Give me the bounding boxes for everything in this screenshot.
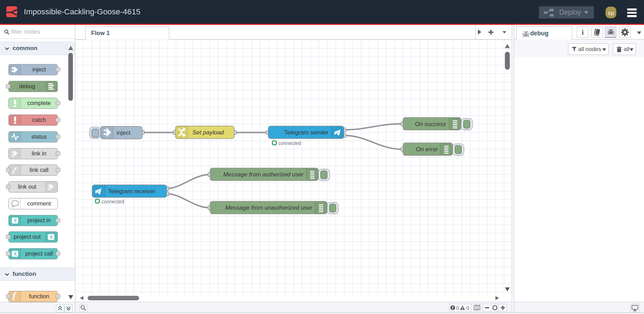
svg-text:Telegram receiver: Telegram receiver [108, 188, 156, 195]
svg-text:0: 0 [466, 305, 469, 311]
svg-text:connected: connected [102, 199, 124, 204]
svg-text:Message from autherized user: Message from autherized user [223, 171, 304, 178]
svg-text:f: f [13, 292, 17, 300]
svg-text:On success: On success [415, 121, 446, 127]
svg-text:i: i [582, 28, 584, 36]
svg-text:0: 0 [456, 305, 459, 311]
svg-text:Message from unautherized user: Message from unautherized user [225, 204, 313, 211]
svg-text:On error: On error [416, 146, 439, 153]
svg-text:Telegram sender: Telegram sender [284, 129, 329, 136]
svg-text:Set payload: Set payload [192, 129, 224, 136]
svg-text:connected: connected [279, 140, 301, 146]
svg-text:inject: inject [117, 130, 131, 136]
